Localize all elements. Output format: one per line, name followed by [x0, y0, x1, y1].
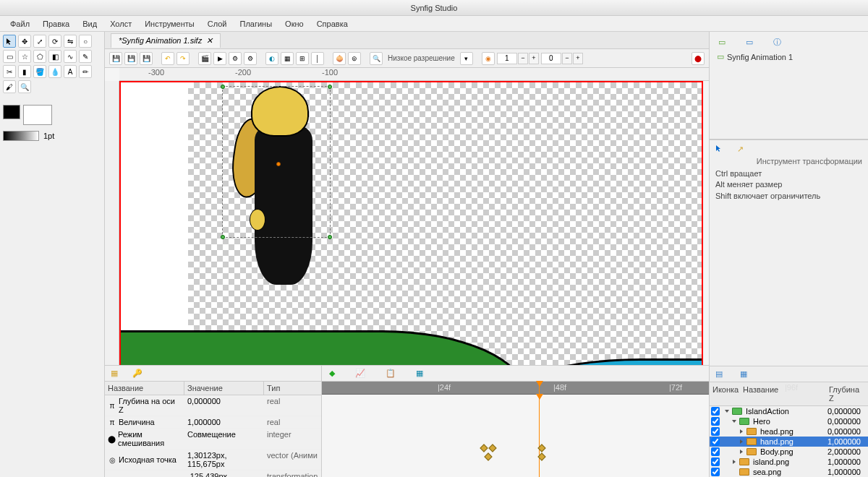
- color-selector[interactable]: [3, 105, 101, 125]
- fill-color-swatch[interactable]: [23, 105, 52, 125]
- menu-window[interactable]: Окно: [279, 18, 310, 30]
- canvas-browser-icon[interactable]: ▭: [715, 36, 728, 48]
- timeline-tracks[interactable]: [322, 395, 709, 477]
- saveas-icon[interactable]: 💾: [124, 52, 137, 65]
- layer-row[interactable]: sea.png1,000000: [710, 467, 868, 477]
- layers-tab-icon[interactable]: ▤: [715, 369, 723, 379]
- circle-tool-icon[interactable]: ○: [79, 35, 92, 48]
- undo-icon[interactable]: ↶: [161, 52, 174, 65]
- param-row[interactable]: Преобразование-125,439px, 71,5125px, 20,…: [105, 470, 321, 477]
- layer-row[interactable]: Hero0,000000: [710, 416, 868, 426]
- saveall-icon[interactable]: 💾: [140, 52, 153, 65]
- library-tab-icon[interactable]: ▦: [740, 369, 747, 379]
- preview-icon[interactable]: ▶: [213, 52, 226, 65]
- past-onion-input[interactable]: [497, 53, 517, 64]
- expand-icon[interactable]: [740, 439, 743, 444]
- layer-visible-checkbox[interactable]: [711, 407, 720, 416]
- gradient-tool-icon[interactable]: ◧: [48, 50, 61, 63]
- redo-icon[interactable]: ↷: [176, 52, 190, 65]
- fill-tool-icon[interactable]: 🪣: [33, 65, 46, 78]
- scale-tool-icon[interactable]: ⤢: [33, 35, 46, 48]
- menu-tools[interactable]: Инструменты: [139, 18, 200, 30]
- timeline-cursor[interactable]: [539, 382, 540, 394]
- spline-tool-icon[interactable]: ∿: [64, 50, 77, 63]
- layer-row[interactable]: head.png0,000000: [710, 426, 868, 437]
- col-type[interactable]: Тип: [264, 382, 321, 395]
- spin-plus-icon[interactable]: +: [529, 53, 539, 64]
- param-row[interactable]: ◎Исходная точка1,30123px, 115,675pxvecto…: [105, 450, 321, 470]
- render2-icon[interactable]: ⚙: [244, 52, 257, 65]
- transform-tool-icon[interactable]: [3, 35, 16, 48]
- future-onion-spin[interactable]: − +: [541, 53, 583, 64]
- eyedrop-tool-icon[interactable]: 💧: [48, 65, 61, 78]
- show-guides-icon[interactable]: │: [311, 52, 324, 65]
- param-row[interactable]: πГлубина на оси Z0,000000real: [105, 395, 321, 416]
- timeline-ruler[interactable]: |24f|48f|72f|96f: [322, 382, 709, 395]
- menu-canvas[interactable]: Холст: [104, 18, 137, 30]
- sketch-tool-icon[interactable]: ✏: [79, 65, 92, 78]
- future-onion-input[interactable]: [541, 53, 561, 64]
- menu-layer[interactable]: Слой: [202, 18, 233, 30]
- preview-quality-icon[interactable]: ◐: [265, 52, 278, 65]
- expand-icon[interactable]: [732, 420, 736, 423]
- param-value[interactable]: 0,000000: [184, 395, 264, 416]
- bg-toggle-icon[interactable]: ◉: [482, 52, 495, 65]
- col-value[interactable]: Значение: [184, 382, 264, 395]
- document-tab[interactable]: *Synfig Animation 1.sifz ✕: [111, 33, 221, 48]
- draw-tool-icon[interactable]: ✎: [79, 50, 92, 63]
- col-icon[interactable]: Иконка: [710, 384, 740, 404]
- text-tool-icon[interactable]: A: [64, 65, 77, 78]
- polygon-tool-icon[interactable]: ⬠: [33, 50, 46, 63]
- gradient-swatch[interactable]: [3, 131, 39, 141]
- snap-grid-icon[interactable]: ⊞: [296, 52, 309, 65]
- menu-edit[interactable]: Правка: [37, 18, 75, 30]
- menu-file[interactable]: Файл: [4, 18, 35, 30]
- layer-row[interactable]: IslandAction0,000000: [710, 406, 868, 416]
- onion-icon[interactable]: 🧅: [333, 52, 346, 65]
- info-icon[interactable]: ⓘ: [770, 36, 783, 48]
- menu-plugins[interactable]: Плагины: [234, 18, 278, 30]
- res-down-icon[interactable]: ▾: [460, 52, 473, 65]
- keyframe-diamond[interactable]: [480, 444, 488, 452]
- layer-visible-checkbox[interactable]: [711, 437, 720, 446]
- layer-visible-checkbox[interactable]: [711, 417, 720, 426]
- layer-visible-checkbox[interactable]: [711, 468, 720, 476]
- layer-row[interactable]: hand.png1,000000: [710, 437, 868, 447]
- rectangle-tool-icon[interactable]: ▭: [3, 50, 16, 63]
- tool-opt-other-icon[interactable]: ↗: [737, 145, 744, 154]
- keyframe-diamond[interactable]: [484, 452, 492, 460]
- param-value[interactable]: -125,439px, 71,5125px, 20,22: [184, 470, 264, 477]
- param-value[interactable]: 1,000000: [184, 416, 264, 428]
- layer-row[interactable]: Body.png2,000000: [710, 447, 868, 457]
- past-onion-spin[interactable]: − +: [497, 53, 539, 64]
- col-z[interactable]: Глубина Z: [826, 384, 868, 404]
- expand-icon[interactable]: [740, 429, 743, 434]
- col-layer-name[interactable]: Название: [740, 384, 826, 404]
- expand-icon[interactable]: [725, 410, 729, 413]
- layer-visible-checkbox[interactable]: [711, 427, 720, 436]
- resolution-icon[interactable]: 🔍: [370, 52, 383, 65]
- width-tool-icon[interactable]: ▮: [18, 65, 31, 78]
- history-tab-icon[interactable]: 📋: [386, 369, 396, 378]
- children-tab-icon[interactable]: 🔑: [132, 369, 142, 378]
- params-tab-icon[interactable]: ▦: [111, 369, 118, 378]
- spin-plus-icon[interactable]: +: [573, 53, 583, 64]
- sets-tab-icon[interactable]: ▦: [416, 369, 423, 378]
- keyframe-diamond[interactable]: [488, 444, 496, 452]
- menu-help[interactable]: Справка: [311, 18, 354, 30]
- star-tool-icon[interactable]: ☆: [18, 50, 31, 63]
- layer-visible-checkbox[interactable]: [711, 447, 720, 456]
- onion2-icon[interactable]: ⊚: [348, 52, 361, 65]
- show-grid-icon[interactable]: ▦: [281, 52, 294, 65]
- brush-tool-icon[interactable]: 🖌: [3, 80, 16, 93]
- param-row[interactable]: πВеличина1,000000real: [105, 416, 321, 429]
- navigator-icon[interactable]: ▭: [743, 36, 756, 48]
- param-value[interactable]: Совмещение: [184, 429, 264, 449]
- spin-minus-icon[interactable]: −: [562, 53, 572, 64]
- curves-tab-icon[interactable]: 📈: [355, 369, 365, 378]
- menu-view[interactable]: Вид: [77, 18, 103, 30]
- expand-icon[interactable]: [733, 460, 736, 464]
- rotate-tool-icon[interactable]: ⟳: [48, 35, 61, 48]
- layer-row[interactable]: island.png1,000000: [710, 457, 868, 467]
- canvas-list[interactable]: ▭Synfig Animation 1: [712, 49, 865, 136]
